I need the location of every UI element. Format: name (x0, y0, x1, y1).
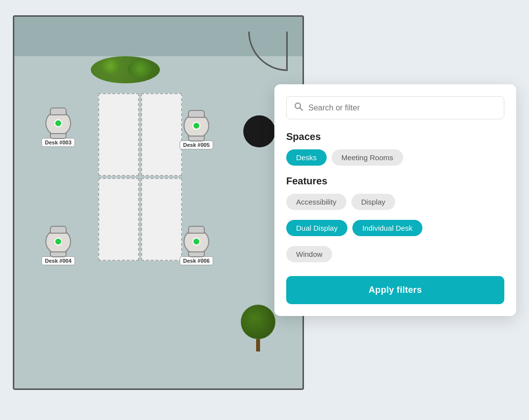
center-tables (98, 93, 182, 261)
features-chips-row1: Accessibility Display (286, 194, 504, 210)
chip-individual-desk[interactable]: Individual Desk (352, 220, 422, 236)
main-container: Desk #003 Desk #005 Desk #004 Desk #006 (13, 15, 516, 405)
desk-label: Desk #005 (180, 140, 213, 149)
features-title: Features (286, 175, 504, 187)
features-chips-row3: Window (286, 246, 504, 262)
search-icon (294, 102, 303, 114)
black-circle (243, 115, 275, 147)
desk-dot (54, 119, 62, 127)
spaces-section: Spaces Desks Meeting Rooms (286, 131, 504, 166)
desk-chair (45, 110, 71, 136)
desk-chair (184, 229, 209, 254)
svg-line-1 (300, 108, 302, 110)
table-cell (98, 178, 139, 261)
table-cell (141, 178, 182, 261)
features-section: Features Accessibility Display Dual Disp… (286, 175, 504, 262)
chip-display[interactable]: Display (351, 194, 395, 210)
plant-top (91, 56, 160, 83)
table-cell (141, 93, 182, 176)
spaces-chips: Desks Meeting Rooms (286, 149, 504, 166)
desk-chair (184, 113, 209, 139)
desk-dot (54, 238, 62, 245)
chip-meeting-rooms[interactable]: Meeting Rooms (332, 149, 403, 166)
spaces-title: Spaces (286, 131, 504, 142)
door-arc (248, 32, 288, 71)
table-cell (98, 93, 139, 176)
search-box[interactable] (286, 96, 504, 119)
desk-006: Desk #006 (180, 229, 213, 265)
search-input[interactable] (308, 104, 497, 112)
desk-label: Desk #003 (41, 138, 75, 147)
plant-right (238, 305, 278, 349)
chip-window[interactable]: Window (286, 246, 332, 262)
desk-label: Desk #004 (41, 256, 75, 265)
filter-panel: Spaces Desks Meeting Rooms Features Acce… (274, 84, 516, 316)
desk-004: Desk #004 (41, 229, 75, 265)
desk-dot (192, 238, 200, 245)
chip-desks[interactable]: Desks (286, 149, 327, 166)
desk-005: Desk #005 (180, 113, 213, 149)
desk-003: Desk #003 (41, 110, 75, 147)
chip-dual-display[interactable]: Dual Display (286, 220, 347, 236)
door-line (286, 32, 288, 71)
apply-filters-button[interactable]: Apply filters (286, 276, 504, 304)
desk-dot (192, 122, 200, 130)
desk-chair (45, 229, 71, 254)
chip-accessibility[interactable]: Accessibility (286, 194, 346, 210)
desk-label: Desk #006 (180, 256, 213, 265)
floor-plan: Desk #003 Desk #005 Desk #004 Desk #006 (13, 15, 304, 390)
features-chips-row2: Dual Display Individual Desk (286, 220, 504, 236)
